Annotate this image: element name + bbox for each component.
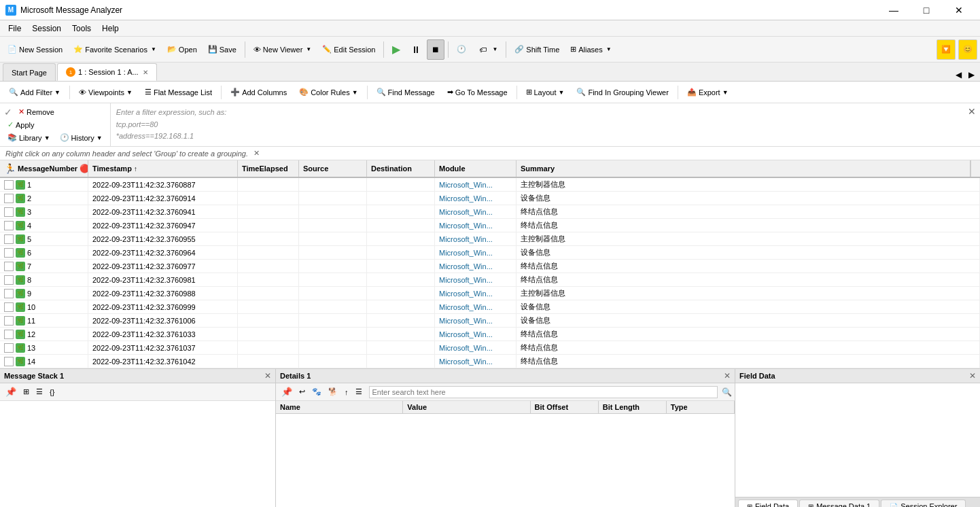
favorite-scenarios-button[interactable]: ⭐ Favorite Scenarios ▼ bbox=[69, 39, 161, 60]
color-rules-button[interactable]: 🎨 Color Rules ▼ bbox=[294, 86, 362, 99]
details-back[interactable]: ↩ bbox=[296, 386, 308, 398]
row-checkbox[interactable] bbox=[4, 180, 14, 190]
tab-nav-next[interactable]: ▶ bbox=[966, 69, 977, 81]
table-row[interactable]: 🌿 8 2022-09-23T11:42:32.3760981 Microsof… bbox=[0, 273, 980, 287]
open-button[interactable]: 📂 Open bbox=[162, 39, 202, 60]
table-row[interactable]: 🌿 11 2022-09-23T11:42:32.3761006 Microso… bbox=[0, 314, 980, 328]
minimize-button[interactable]: — bbox=[878, 3, 909, 18]
find-message-button[interactable]: 🔍 Find Message bbox=[372, 86, 440, 99]
stop-button[interactable]: ⏹ bbox=[427, 39, 444, 60]
flat-message-list-button[interactable]: ☰ Flat Message List bbox=[140, 86, 217, 99]
table-row[interactable]: 🌿 2 2022-09-23T11:42:32.3760914 Microsof… bbox=[0, 192, 980, 205]
table-row[interactable]: 🌿 14 2022-09-23T11:42:32.3761042 Microso… bbox=[0, 355, 980, 368]
new-viewer-button[interactable]: 👁 New Viewer ▼ bbox=[249, 39, 316, 60]
aliases-button[interactable]: 🏷 ▼ bbox=[474, 39, 502, 60]
table-row[interactable]: 🌿 13 2022-09-23T11:42:32.3761037 Microso… bbox=[0, 341, 980, 355]
row-checkbox[interactable] bbox=[4, 316, 14, 326]
details-paw[interactable]: 🐾 bbox=[309, 386, 324, 398]
row-checkbox[interactable] bbox=[4, 343, 14, 353]
message-stack-close[interactable]: ✕ bbox=[264, 371, 271, 381]
new-viewer-label: New Viewer bbox=[263, 46, 303, 54]
library-button[interactable]: 📚 Library ▼ bbox=[4, 132, 54, 143]
details-pin[interactable]: 📌 bbox=[279, 385, 295, 398]
table-row[interactable]: 🌿 1 2022-09-23T11:42:32.3760887 Microsof… bbox=[0, 178, 980, 192]
session-tab-close[interactable]: ✕ bbox=[143, 69, 148, 76]
session-explorer-tab[interactable]: 📄 Session Explorer bbox=[881, 500, 966, 507]
menu-session[interactable]: Session bbox=[27, 22, 67, 35]
row-checkbox[interactable] bbox=[4, 262, 14, 271]
add-filter-button[interactable]: 🔍 Add Filter ▼ bbox=[4, 86, 65, 99]
find-in-grouping-button[interactable]: 🔍 Find In Grouping Viewer bbox=[572, 86, 673, 99]
table-row[interactable]: 🌿 10 2022-09-23T11:42:32.3760999 Microso… bbox=[0, 300, 980, 314]
new-session-button[interactable]: 📄 New Session bbox=[3, 39, 67, 60]
pause-button[interactable]: ⏸ bbox=[406, 39, 425, 60]
add-columns-button[interactable]: ➕ Add Columns bbox=[226, 86, 292, 99]
session-tab[interactable]: 1 1 : Session 1 : A... ✕ bbox=[57, 63, 157, 81]
table-row[interactable]: 🌿 6 2022-09-23T11:42:32.3760964 Microsof… bbox=[0, 246, 980, 260]
new-union-button[interactable]: 🔗 Shift Time bbox=[510, 39, 564, 60]
window-layout-button[interactable]: ⊞ Aliases ▼ bbox=[565, 39, 616, 60]
close-button[interactable]: ✕ bbox=[943, 3, 975, 18]
viewpoints-button[interactable]: 👁 Viewpoints ▼ bbox=[74, 86, 137, 99]
row-checkbox[interactable] bbox=[4, 234, 14, 244]
apply-button[interactable]: ✓ Apply bbox=[4, 119, 38, 130]
filter-close-button[interactable]: ✕ bbox=[968, 103, 976, 117]
column-header-summary[interactable]: Summary bbox=[517, 160, 970, 177]
row-checkbox[interactable] bbox=[4, 275, 14, 285]
row-checkbox[interactable] bbox=[4, 194, 14, 203]
details-close[interactable]: ✕ bbox=[724, 371, 731, 381]
details-search-input[interactable] bbox=[369, 386, 718, 398]
column-header-elapsed[interactable]: TimeElapsed bbox=[238, 160, 299, 177]
export-button[interactable]: 📤 Export ▼ bbox=[682, 86, 733, 99]
field-data-close[interactable]: ✕ bbox=[969, 371, 976, 381]
menu-tools[interactable]: Tools bbox=[67, 22, 97, 35]
table-row[interactable]: 🌿 5 2022-09-23T11:42:32.3760955 Microsof… bbox=[0, 232, 980, 246]
details-up[interactable]: ↑ bbox=[342, 387, 351, 398]
edit-session-button[interactable]: ✏️ Edit Session bbox=[317, 39, 380, 60]
menu-file[interactable]: File bbox=[3, 22, 27, 35]
message-data-1-tab[interactable]: ⊞ Message Data 1 bbox=[799, 500, 879, 507]
tab-nav-prev[interactable]: ◀ bbox=[953, 69, 964, 81]
maximize-button[interactable]: □ bbox=[911, 3, 942, 18]
start-page-tab[interactable]: Start Page bbox=[3, 63, 56, 81]
filter-icon-button[interactable]: 🔽 bbox=[937, 39, 956, 60]
row-checkbox[interactable] bbox=[4, 221, 14, 230]
remove-button[interactable]: ✕ Remove bbox=[15, 106, 58, 118]
field-data-tab[interactable]: ⊞ Field Data bbox=[738, 500, 798, 507]
group-hint-close[interactable]: ✕ bbox=[253, 149, 260, 158]
table-row[interactable]: 🌿 4 2022-09-23T11:42:32.3760947 Microsof… bbox=[0, 219, 980, 232]
save-button[interactable]: 💾 Save bbox=[203, 39, 241, 60]
row-checkbox[interactable] bbox=[4, 289, 14, 298]
row-checkbox[interactable] bbox=[4, 330, 14, 339]
row-checkbox[interactable] bbox=[4, 357, 14, 366]
field-data-tab-label: Field Data bbox=[755, 502, 789, 507]
cell-module: Microsoft_Win... bbox=[435, 260, 517, 273]
menu-help[interactable]: Help bbox=[97, 22, 124, 35]
message-stack-json-view[interactable]: {} bbox=[47, 387, 57, 398]
details-list[interactable]: ☰ bbox=[353, 386, 365, 398]
table-row[interactable]: 🌿 7 2022-09-23T11:42:32.3760977 Microsof… bbox=[0, 260, 980, 273]
column-header-source[interactable]: Source bbox=[299, 160, 367, 177]
play-button[interactable]: ▶ bbox=[387, 39, 405, 60]
message-stack-pin[interactable]: 📌 bbox=[3, 385, 19, 398]
column-header-msgnum[interactable]: 🏃 MessageNumber 🔴 bbox=[0, 160, 88, 177]
column-header-module[interactable]: Module bbox=[435, 160, 517, 177]
table-row[interactable]: 🌿 3 2022-09-23T11:42:32.3760941 Microsof… bbox=[0, 205, 980, 219]
message-stack-tree-view[interactable]: ☰ bbox=[33, 386, 46, 398]
go-to-message-button[interactable]: ➡ Go To Message bbox=[442, 86, 512, 99]
grid-body[interactable]: 🌿 1 2022-09-23T11:42:32.3760887 Microsof… bbox=[0, 178, 980, 368]
layout-button[interactable]: ⊞ Layout ▼ bbox=[521, 86, 570, 99]
shift-time-button[interactable]: 🕐 bbox=[452, 39, 473, 60]
table-row[interactable]: 🌿 9 2022-09-23T11:42:32.3760988 Microsof… bbox=[0, 287, 980, 300]
column-header-dest[interactable]: Destination bbox=[367, 160, 435, 177]
row-checkbox[interactable] bbox=[4, 248, 14, 258]
column-header-timestamp[interactable]: Timestamp ↑ bbox=[88, 160, 238, 177]
details-dog[interactable]: 🐕 bbox=[326, 386, 340, 398]
message-stack-grid-view[interactable]: ⊞ bbox=[20, 386, 32, 398]
history-button[interactable]: 🕐 History ▼ bbox=[56, 132, 106, 143]
row-checkbox[interactable] bbox=[4, 207, 14, 217]
table-row[interactable]: 🌿 12 2022-09-23T11:42:32.3761033 Microso… bbox=[0, 328, 980, 341]
row-checkbox[interactable] bbox=[4, 302, 14, 312]
message-stack-title: Message Stack 1 bbox=[4, 372, 64, 380]
smiley-button[interactable]: 😊 bbox=[958, 39, 977, 60]
